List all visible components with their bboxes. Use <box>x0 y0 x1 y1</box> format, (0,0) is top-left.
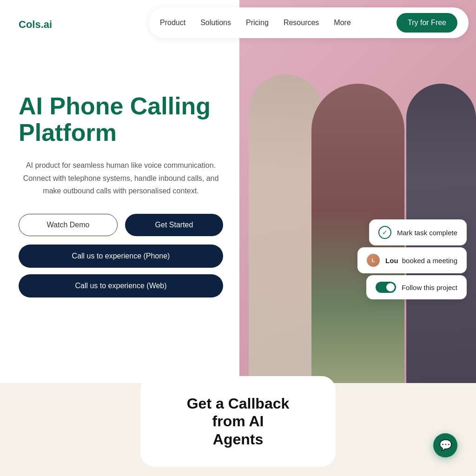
nav-solutions[interactable]: Solutions <box>200 19 231 27</box>
watch-demo-button[interactable]: Watch Demo <box>19 214 118 236</box>
navbar: Product Solutions Pricing Resources More… <box>149 7 469 38</box>
hero-content: AI Phone Calling Platform AI product for… <box>19 93 223 304</box>
card-follow-label: Follow this project <box>402 284 457 291</box>
hero-title: AI Phone Calling Platform <box>19 93 223 146</box>
callback-title: Get a Callback from AI Agents <box>168 395 308 448</box>
page-container: Cols.ai Product Solutions Pricing Resour… <box>0 0 476 476</box>
chat-bubble[interactable]: 💬 <box>433 433 457 457</box>
callback-card: Get a Callback from AI Agents <box>140 376 336 467</box>
try-free-button[interactable]: Try for Free <box>397 13 457 33</box>
card-mark-complete[interactable]: ✓ Mark task complete <box>369 219 467 245</box>
nav-links: Product Solutions Pricing Resources More <box>160 19 351 27</box>
card-booked-text: Lou booked a meeting <box>385 257 457 264</box>
call-phone-button[interactable]: Call us to experience (Phone) <box>19 245 223 268</box>
btn-row-1: Watch Demo Get Started <box>19 214 223 236</box>
check-icon: ✓ <box>378 226 391 239</box>
nav-pricing[interactable]: Pricing <box>246 19 269 27</box>
get-started-button[interactable]: Get Started <box>125 214 223 236</box>
nav-resources[interactable]: Resources <box>284 19 319 27</box>
lou-avatar: L <box>367 254 380 267</box>
card-follow[interactable]: Follow this project <box>366 275 467 299</box>
nav-product[interactable]: Product <box>160 19 185 27</box>
card-mark-label: Mark task complete <box>397 229 457 237</box>
follow-toggle[interactable] <box>376 282 396 293</box>
hero-image <box>239 0 476 400</box>
logo: Cols.ai <box>19 19 52 31</box>
card-booked: L Lou booked a meeting <box>357 247 467 273</box>
chat-icon: 💬 <box>439 439 452 451</box>
call-web-button[interactable]: Call us to experience (Web) <box>19 274 223 298</box>
nav-more[interactable]: More <box>334 19 350 27</box>
hero-description: AI product for seamless human like voice… <box>19 159 223 197</box>
